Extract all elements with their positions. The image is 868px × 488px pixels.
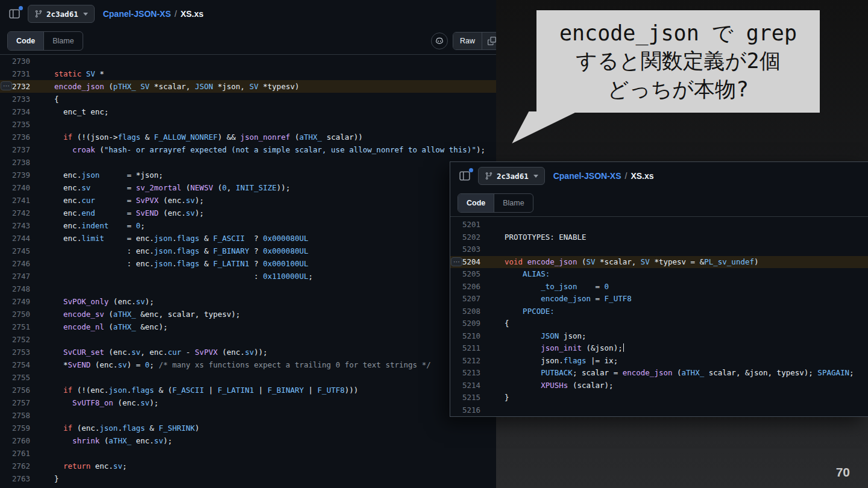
line-number[interactable]: 5215 xyxy=(450,392,480,404)
code-line-5204: ⋯5204void encode_json (SV *scalar, SV *t… xyxy=(450,256,868,269)
line-number[interactable]: 2758 xyxy=(0,409,30,422)
line-number[interactable]: 5201 xyxy=(450,219,480,231)
line-number[interactable]: 2755 xyxy=(0,371,30,384)
code-line-5206: 5206 _to_json = 0 xyxy=(450,281,868,293)
line-number[interactable]: 5206 xyxy=(450,281,480,293)
line-number[interactable]: 2753 xyxy=(0,346,30,358)
code-text: PPCODE: xyxy=(505,305,555,318)
code-line-2755: 2755 xyxy=(0,371,496,384)
line-number[interactable]: 2742 xyxy=(0,207,30,219)
line-number[interactable]: 2733 xyxy=(0,93,30,105)
code-line-2747: 2747 : 0x110000UL; xyxy=(0,270,496,283)
line-number[interactable]: 2761 xyxy=(0,447,30,460)
line-number[interactable]: 2762 xyxy=(0,460,30,472)
line-number[interactable]: 2731 xyxy=(0,67,30,80)
breadcrumb-repo-link[interactable]: Cpanel-JSON-XS xyxy=(103,9,171,19)
code-blame-switch: Code Blame xyxy=(7,31,83,51)
code-text: if (!(json->flags & F_ALLOW_NONREF) && j… xyxy=(54,131,363,143)
line-number[interactable]: 2744 xyxy=(0,232,30,245)
line-number[interactable]: 2749 xyxy=(0,295,30,308)
code-text: void encode_json (SV *scalar, SV *typesv… xyxy=(505,256,759,269)
copy-raw-button[interactable] xyxy=(482,33,496,49)
code-line-2745: 2745 : enc.json.flags & F_BINARY ? 0x000… xyxy=(0,245,496,257)
code-text: *SvEND (enc.sv) = 0; /* many xs function… xyxy=(54,358,431,371)
line-number[interactable]: 2763 xyxy=(0,472,30,485)
git-branch-icon xyxy=(34,10,43,18)
tab-code[interactable]: Code xyxy=(8,32,43,50)
line-number[interactable]: 5203 xyxy=(450,243,480,256)
line-number[interactable]: 5202 xyxy=(450,231,480,244)
tab-blame[interactable]: Blame xyxy=(494,194,532,212)
line-number[interactable]: 2756 xyxy=(0,384,30,396)
line-number[interactable]: 5209 xyxy=(450,318,480,330)
file-tree-toggle-icon[interactable] xyxy=(7,7,22,21)
commit-selector-button[interactable]: 2c3ad61 xyxy=(28,5,95,23)
line-number[interactable]: 2743 xyxy=(0,219,30,232)
line-number[interactable]: 5213 xyxy=(450,367,480,380)
line-number[interactable]: 5205 xyxy=(450,268,480,281)
line-number[interactable]: 5208 xyxy=(450,305,480,318)
file-toolbar-row: Code Blame Raw xyxy=(0,28,496,55)
copilot-button[interactable] xyxy=(431,33,448,49)
line-number[interactable]: 2759 xyxy=(0,422,30,434)
code-text: json_init (&json); xyxy=(505,342,624,355)
breadcrumb: Cpanel-JSON-XS / XS.xs xyxy=(553,171,654,181)
line-number[interactable]: 2737 xyxy=(0,143,30,156)
raw-button[interactable]: Raw xyxy=(453,33,482,49)
code-line-5214: 5214 XPUSHs (scalar); xyxy=(450,380,868,392)
file-tree-toggle-icon[interactable] xyxy=(458,169,472,183)
code-text: json.flags |= ix; xyxy=(505,355,618,368)
github-code-view-left: 2c3ad61 Cpanel-JSON-XS / XS.xs Code Blam… xyxy=(0,0,496,488)
line-number[interactable]: 5210 xyxy=(450,330,480,343)
breadcrumb-file-name: XS.xs xyxy=(631,171,653,181)
line-number[interactable]: 2738 xyxy=(0,156,30,169)
code-text: enc_t enc; xyxy=(54,105,108,118)
commit-selector-button[interactable]: 2c3ad61 xyxy=(478,167,545,185)
line-number[interactable]: 2739 xyxy=(0,169,30,181)
line-number[interactable]: 2748 xyxy=(0,283,30,295)
code-text: } xyxy=(505,392,509,404)
code-line-2753: 2753 SvCUR_set (enc.sv, enc.cur - SvPVX … xyxy=(0,346,496,358)
line-number[interactable]: 2754 xyxy=(0,358,30,371)
line-number[interactable]: 2735 xyxy=(0,118,30,131)
line-number[interactable]: 2752 xyxy=(0,333,30,346)
line-number[interactable]: 2734 xyxy=(0,105,30,118)
line-number[interactable]: 2741 xyxy=(0,194,30,207)
breadcrumb: Cpanel-JSON-XS / XS.xs xyxy=(103,9,204,19)
speech-bubble-tail xyxy=(510,111,577,143)
code-text: ALIAS: xyxy=(505,268,550,281)
tab-code[interactable]: Code xyxy=(458,194,494,212)
tab-blame[interactable]: Blame xyxy=(43,32,82,50)
line-number[interactable]: 2747 xyxy=(0,270,30,283)
code-line-2735: 2735 xyxy=(0,118,496,131)
chevron-down-icon xyxy=(533,175,538,178)
line-number[interactable]: 5212 xyxy=(450,355,480,368)
line-number[interactable]: 2760 xyxy=(0,434,30,447)
line-number[interactable]: 2764 xyxy=(0,485,30,488)
file-actions: Raw xyxy=(431,32,496,50)
code-text: encode_json (pTHX_ SV *scalar, JSON *jso… xyxy=(54,80,299,93)
line-number[interactable]: 5207 xyxy=(450,293,480,305)
line-number[interactable]: 2745 xyxy=(0,245,30,257)
ellipsis-expand-icon[interactable]: ⋯ xyxy=(451,257,462,266)
code-text: SvPOK_only (enc.sv); xyxy=(54,295,154,308)
code-line-2751: 2751 encode_nl (aTHX_ &enc); xyxy=(0,321,496,333)
line-number[interactable]: 2740 xyxy=(0,181,30,194)
breadcrumb-file-name: XS.xs xyxy=(180,9,203,19)
code-listing-right: 52015202PROTOTYPES: ENABLE5203⋯5204void … xyxy=(450,217,868,416)
notification-dot xyxy=(19,6,23,10)
line-number[interactable]: 2750 xyxy=(0,308,30,321)
line-number[interactable]: 5211 xyxy=(450,342,480,355)
line-number[interactable]: 2736 xyxy=(0,131,30,143)
page-number: 70 xyxy=(836,465,850,480)
line-number[interactable]: 2757 xyxy=(0,396,30,409)
line-number[interactable]: 2730 xyxy=(0,55,30,67)
line-number[interactable]: 5214 xyxy=(450,380,480,392)
code-line-2730: 2730 xyxy=(0,55,496,67)
line-number[interactable]: 2746 xyxy=(0,257,30,270)
line-number[interactable]: 2751 xyxy=(0,321,30,333)
code-text: } xyxy=(54,472,59,485)
ellipsis-expand-icon[interactable]: ⋯ xyxy=(1,81,12,90)
line-number[interactable]: 5216 xyxy=(450,404,480,417)
breadcrumb-repo-link[interactable]: Cpanel-JSON-XS xyxy=(553,171,621,181)
